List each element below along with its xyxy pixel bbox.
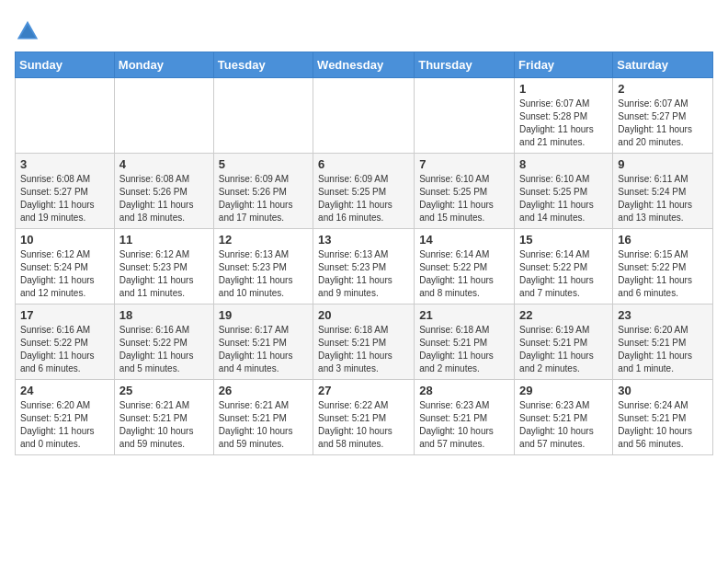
- calendar-cell: 13Sunrise: 6:13 AM Sunset: 5:23 PM Dayli…: [313, 229, 415, 304]
- day-info: Sunrise: 6:19 AM Sunset: 5:21 PM Dayligh…: [519, 324, 608, 375]
- calendar-cell: 8Sunrise: 6:10 AM Sunset: 5:25 PM Daylig…: [515, 154, 613, 229]
- calendar-cell: 2Sunrise: 6:07 AM Sunset: 5:27 PM Daylig…: [613, 78, 713, 154]
- calendar-table: SundayMondayTuesdayWednesdayThursdayFrid…: [15, 52, 713, 455]
- day-info: Sunrise: 6:12 AM Sunset: 5:24 PM Dayligh…: [20, 248, 109, 300]
- calendar-cell: 1Sunrise: 6:07 AM Sunset: 5:28 PM Daylig…: [515, 78, 613, 154]
- calendar-cell: 27Sunrise: 6:22 AM Sunset: 5:21 PM Dayli…: [313, 380, 415, 455]
- day-info: Sunrise: 6:14 AM Sunset: 5:22 PM Dayligh…: [419, 248, 509, 300]
- day-number: 10: [20, 233, 109, 247]
- day-number: 22: [519, 308, 608, 322]
- calendar-cell: [213, 78, 313, 154]
- calendar-cell: 4Sunrise: 6:08 AM Sunset: 5:26 PM Daylig…: [114, 154, 213, 229]
- calendar-cell: 17Sunrise: 6:16 AM Sunset: 5:22 PM Dayli…: [16, 304, 115, 380]
- calendar-week-0: 1Sunrise: 6:07 AM Sunset: 5:28 PM Daylig…: [16, 78, 713, 154]
- day-number: 18: [119, 308, 209, 322]
- day-info: Sunrise: 6:11 AM Sunset: 5:24 PM Dayligh…: [618, 173, 708, 224]
- calendar-cell: 22Sunrise: 6:19 AM Sunset: 5:21 PM Dayli…: [515, 304, 613, 380]
- day-info: Sunrise: 6:18 AM Sunset: 5:21 PM Dayligh…: [419, 324, 509, 375]
- day-info: Sunrise: 6:10 AM Sunset: 5:25 PM Dayligh…: [419, 173, 509, 224]
- calendar-cell: 12Sunrise: 6:13 AM Sunset: 5:23 PM Dayli…: [213, 229, 313, 304]
- calendar-cell: 11Sunrise: 6:12 AM Sunset: 5:23 PM Dayli…: [114, 229, 213, 304]
- day-number: 27: [318, 384, 409, 397]
- day-info: Sunrise: 6:09 AM Sunset: 5:25 PM Dayligh…: [318, 173, 409, 224]
- calendar-cell: 21Sunrise: 6:18 AM Sunset: 5:21 PM Dayli…: [415, 304, 515, 380]
- calendar-header-row: SundayMondayTuesdayWednesdayThursdayFrid…: [16, 52, 713, 78]
- day-info: Sunrise: 6:08 AM Sunset: 5:26 PM Dayligh…: [119, 173, 209, 224]
- calendar-cell: 28Sunrise: 6:23 AM Sunset: 5:21 PM Dayli…: [415, 380, 515, 455]
- day-number: 17: [20, 308, 109, 322]
- day-info: Sunrise: 6:14 AM Sunset: 5:22 PM Dayligh…: [519, 248, 608, 300]
- day-info: Sunrise: 6:13 AM Sunset: 5:23 PM Dayligh…: [219, 248, 308, 300]
- calendar-body: 1Sunrise: 6:07 AM Sunset: 5:28 PM Daylig…: [16, 78, 713, 455]
- calendar-week-2: 10Sunrise: 6:12 AM Sunset: 5:24 PM Dayli…: [16, 229, 713, 304]
- calendar-cell: 10Sunrise: 6:12 AM Sunset: 5:24 PM Dayli…: [16, 229, 115, 304]
- day-number: 25: [119, 384, 209, 397]
- calendar-cell: 20Sunrise: 6:18 AM Sunset: 5:21 PM Dayli…: [313, 304, 415, 380]
- calendar-cell: 3Sunrise: 6:08 AM Sunset: 5:27 PM Daylig…: [16, 154, 115, 229]
- day-info: Sunrise: 6:17 AM Sunset: 5:21 PM Dayligh…: [219, 324, 308, 375]
- day-number: 12: [219, 233, 308, 247]
- page-header: [15, 15, 713, 44]
- day-info: Sunrise: 6:22 AM Sunset: 5:21 PM Dayligh…: [318, 399, 409, 451]
- calendar-cell: 24Sunrise: 6:20 AM Sunset: 5:21 PM Dayli…: [16, 380, 115, 455]
- day-number: 11: [119, 233, 209, 247]
- day-number: 3: [20, 157, 109, 171]
- day-info: Sunrise: 6:20 AM Sunset: 5:21 PM Dayligh…: [618, 324, 708, 375]
- day-number: 16: [618, 233, 708, 247]
- day-number: 15: [519, 233, 608, 247]
- calendar-cell: 5Sunrise: 6:09 AM Sunset: 5:26 PM Daylig…: [213, 154, 313, 229]
- calendar-cell: [415, 78, 515, 154]
- calendar-cell: 30Sunrise: 6:24 AM Sunset: 5:21 PM Dayli…: [613, 380, 713, 455]
- weekday-header-friday: Friday: [515, 52, 613, 78]
- day-info: Sunrise: 6:12 AM Sunset: 5:23 PM Dayligh…: [119, 248, 209, 300]
- day-number: 29: [519, 384, 608, 397]
- calendar-cell: 26Sunrise: 6:21 AM Sunset: 5:21 PM Dayli…: [213, 380, 313, 455]
- calendar-cell: [114, 78, 213, 154]
- day-info: Sunrise: 6:21 AM Sunset: 5:21 PM Dayligh…: [219, 399, 308, 451]
- calendar-cell: 16Sunrise: 6:15 AM Sunset: 5:22 PM Dayli…: [613, 229, 713, 304]
- day-number: 4: [119, 157, 209, 171]
- day-number: 23: [618, 308, 708, 322]
- day-info: Sunrise: 6:16 AM Sunset: 5:22 PM Dayligh…: [119, 324, 209, 375]
- day-number: 19: [219, 308, 308, 322]
- day-info: Sunrise: 6:07 AM Sunset: 5:27 PM Dayligh…: [618, 98, 708, 149]
- calendar-cell: [313, 78, 415, 154]
- weekday-header-wednesday: Wednesday: [313, 52, 415, 78]
- day-info: Sunrise: 6:09 AM Sunset: 5:26 PM Dayligh…: [219, 173, 308, 224]
- weekday-header-tuesday: Tuesday: [213, 52, 313, 78]
- day-info: Sunrise: 6:20 AM Sunset: 5:21 PM Dayligh…: [20, 399, 109, 451]
- day-info: Sunrise: 6:07 AM Sunset: 5:28 PM Dayligh…: [519, 98, 608, 149]
- day-number: 24: [20, 384, 109, 397]
- day-info: Sunrise: 6:16 AM Sunset: 5:22 PM Dayligh…: [20, 324, 109, 375]
- calendar-week-1: 3Sunrise: 6:08 AM Sunset: 5:27 PM Daylig…: [16, 154, 713, 229]
- weekday-header-sunday: Sunday: [16, 52, 115, 78]
- calendar-cell: 9Sunrise: 6:11 AM Sunset: 5:24 PM Daylig…: [613, 154, 713, 229]
- day-number: 1: [519, 82, 608, 96]
- day-number: 30: [618, 384, 708, 397]
- day-number: 5: [219, 157, 308, 171]
- weekday-header-monday: Monday: [114, 52, 213, 78]
- day-number: 28: [419, 384, 509, 397]
- calendar-week-4: 24Sunrise: 6:20 AM Sunset: 5:21 PM Dayli…: [16, 380, 713, 455]
- day-info: Sunrise: 6:23 AM Sunset: 5:21 PM Dayligh…: [419, 399, 509, 451]
- day-number: 14: [419, 233, 509, 247]
- day-info: Sunrise: 6:10 AM Sunset: 5:25 PM Dayligh…: [519, 173, 608, 224]
- day-number: 6: [318, 157, 409, 171]
- calendar-cell: 25Sunrise: 6:21 AM Sunset: 5:21 PM Dayli…: [114, 380, 213, 455]
- day-info: Sunrise: 6:13 AM Sunset: 5:23 PM Dayligh…: [318, 248, 409, 300]
- calendar-cell: 15Sunrise: 6:14 AM Sunset: 5:22 PM Dayli…: [515, 229, 613, 304]
- calendar-cell: 6Sunrise: 6:09 AM Sunset: 5:25 PM Daylig…: [313, 154, 415, 229]
- weekday-header-thursday: Thursday: [415, 52, 515, 78]
- day-number: 13: [318, 233, 409, 247]
- day-number: 7: [419, 157, 509, 171]
- calendar-week-3: 17Sunrise: 6:16 AM Sunset: 5:22 PM Dayli…: [16, 304, 713, 380]
- day-number: 9: [618, 157, 708, 171]
- calendar-cell: 14Sunrise: 6:14 AM Sunset: 5:22 PM Dayli…: [415, 229, 515, 304]
- day-number: 26: [219, 384, 308, 397]
- calendar-cell: 18Sunrise: 6:16 AM Sunset: 5:22 PM Dayli…: [114, 304, 213, 380]
- day-info: Sunrise: 6:23 AM Sunset: 5:21 PM Dayligh…: [519, 399, 608, 451]
- day-info: Sunrise: 6:15 AM Sunset: 5:22 PM Dayligh…: [618, 248, 708, 300]
- calendar-cell: 19Sunrise: 6:17 AM Sunset: 5:21 PM Dayli…: [213, 304, 313, 380]
- day-number: 8: [519, 157, 608, 171]
- day-info: Sunrise: 6:24 AM Sunset: 5:21 PM Dayligh…: [618, 399, 708, 451]
